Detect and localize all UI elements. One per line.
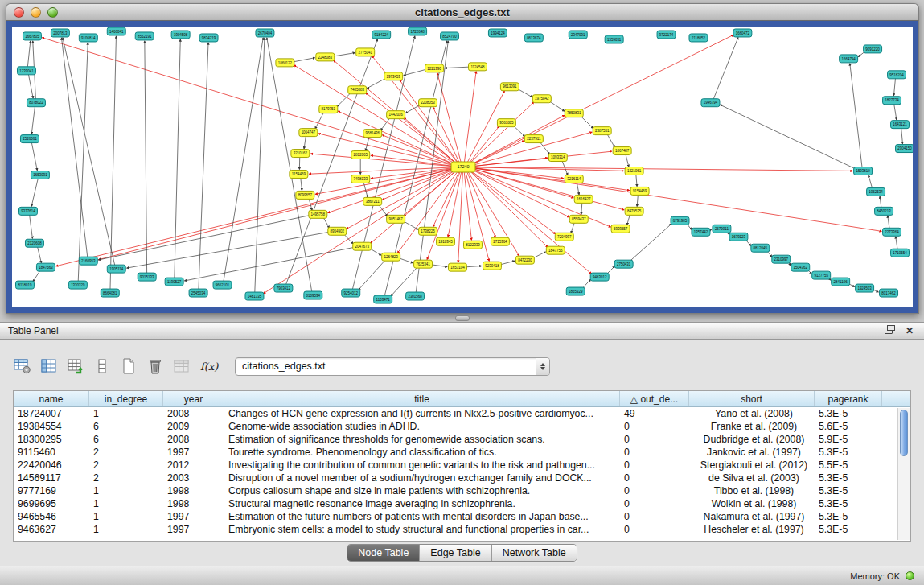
graph-edge-black[interactable]	[626, 154, 629, 167]
graph-edge-red[interactable]	[318, 134, 457, 167]
graph-edge-black[interactable]	[888, 216, 889, 229]
zoom-button[interactable]	[47, 7, 58, 18]
graph-edge-red[interactable]	[42, 38, 457, 167]
table-row[interactable]: 977716911998Corpus callosum shape and si…	[14, 484, 910, 497]
graph-edge-red[interactable]	[469, 168, 569, 217]
graph-edge-black[interactable]	[31, 106, 35, 134]
graph-edge-black[interactable]	[28, 74, 33, 98]
table-row[interactable]: 1872400712008Changes of HCN gene express…	[14, 407, 910, 420]
table-disabled-icon[interactable]	[170, 355, 193, 377]
graph-edge-black[interactable]	[869, 175, 873, 189]
function-builder-icon[interactable]: f(x)	[197, 355, 220, 377]
graph-edge-red[interactable]	[433, 107, 460, 164]
graph-edge-black[interactable]	[404, 69, 428, 76]
graph-edge-black[interactable]	[99, 215, 312, 260]
graph-edge-black[interactable]	[331, 53, 355, 57]
graph-edge-black[interactable]	[27, 41, 31, 68]
table-row[interactable]: 946554611997Estimation of the future num…	[14, 510, 910, 523]
graph-edge-black[interactable]	[31, 142, 37, 170]
window-titlebar[interactable]: citations_edges.txt	[6, 3, 919, 21]
table-row[interactable]: 946362711997Embryonic stem cells: a mode…	[14, 523, 910, 536]
graph-edge-black[interactable]	[720, 105, 857, 170]
graph-edge-black[interactable]	[315, 112, 324, 129]
minimize-button[interactable]	[31, 7, 41, 18]
graph-edge-black[interactable]	[850, 64, 862, 168]
graph-edge-black[interactable]	[637, 194, 638, 206]
new-table-icon[interactable]	[117, 355, 140, 377]
graph-edge-black[interactable]	[391, 266, 418, 296]
graph-edge-black[interactable]	[445, 67, 471, 68]
graph-edge-red[interactable]	[470, 167, 624, 209]
column-header-title[interactable]: title	[224, 391, 620, 406]
memory-status-indicator-icon[interactable]	[906, 571, 914, 580]
column-header-year[interactable]: year	[163, 391, 224, 406]
panel-splitter-handle[interactable]	[455, 315, 470, 321]
close-panel-icon[interactable]: ✕	[903, 325, 916, 336]
graph-edge-red[interactable]	[448, 170, 462, 237]
graph-edge-black[interactable]	[145, 41, 147, 274]
graph-edge-black[interactable]	[581, 202, 582, 214]
table-row[interactable]: 1938455462009Genome-wide association stu…	[14, 420, 910, 433]
graph-edge-black[interactable]	[562, 160, 568, 175]
tab-network-table[interactable]: Network Table	[491, 545, 577, 561]
network-selector[interactable]: citations_edges.txt	[235, 357, 550, 376]
graph-edge-black[interactable]	[37, 246, 41, 263]
graph-edge-black[interactable]	[577, 182, 579, 195]
table-import-icon[interactable]	[64, 355, 87, 377]
graph-edge-black[interactable]	[359, 259, 386, 290]
graph-edge-black[interactable]	[31, 178, 38, 206]
delete-table-icon[interactable]	[144, 355, 166, 377]
rows-icon[interactable]	[91, 355, 113, 377]
graph-edge-black[interactable]	[255, 38, 265, 293]
graph-edge-red[interactable]	[294, 65, 458, 166]
graph-edge-black[interactable]	[78, 43, 88, 282]
graph-edge-red[interactable]	[468, 102, 534, 165]
graph-edge-black[interactable]	[629, 224, 671, 262]
tab-edge-table[interactable]: Edge Table	[419, 545, 491, 561]
graph-edge-red[interactable]	[464, 72, 476, 164]
column-header-pagerank[interactable]: pagerank	[815, 391, 882, 406]
table-columns-icon[interactable]	[38, 355, 60, 377]
table-scrollbar[interactable]	[897, 408, 910, 540]
table-row[interactable]: 1830029562008Estimation of significance …	[14, 433, 910, 446]
scrollbar-thumb[interactable]	[900, 410, 908, 456]
tab-node-table[interactable]: Node Table	[347, 545, 419, 561]
graph-edge-black[interactable]	[199, 43, 208, 290]
graph-edge-red[interactable]	[468, 169, 548, 247]
graph-edge-black[interactable]	[267, 38, 312, 292]
graph-edge-red[interactable]	[470, 151, 612, 167]
graph-edge-black[interactable]	[63, 38, 115, 266]
graph-edge-black[interactable]	[894, 104, 897, 120]
column-header-name[interactable]: name	[14, 391, 89, 406]
table-row[interactable]: 911546021997Tourette syndrome. Phenomeno…	[14, 446, 910, 459]
table-row[interactable]: 1456911722003Disruption of a novel membe…	[14, 472, 910, 484]
graph-edge-red[interactable]	[328, 168, 458, 213]
column-header-out_de[interactable]: △ out_de...	[620, 391, 689, 406]
graph-edge-black[interactable]	[301, 177, 302, 190]
graph-edge-red[interactable]	[98, 167, 457, 259]
graph-edge-black[interactable]	[184, 247, 355, 281]
graph-edge-red[interactable]	[470, 167, 852, 171]
graph-edge-red[interactable]	[469, 35, 733, 166]
graph-edge-black[interactable]	[224, 38, 263, 282]
graph-edge-black[interactable]	[901, 128, 903, 144]
graph-edge-black[interactable]	[352, 36, 415, 290]
network-canvas[interactable]: 1724011245481221390197345374850838179751…	[12, 27, 913, 307]
graph-edge-black[interactable]	[127, 232, 331, 268]
float-panel-icon[interactable]	[882, 325, 895, 336]
graph-edge-black[interactable]	[893, 78, 895, 96]
column-header-short[interactable]: short	[689, 391, 815, 406]
graph-edge-black[interactable]	[291, 58, 314, 63]
graph-edge-red[interactable]	[427, 170, 461, 259]
graph-edge-black[interactable]	[606, 133, 614, 147]
graph-edge-black[interactable]	[880, 196, 881, 208]
graph-edge-black[interactable]	[896, 237, 897, 250]
graph-edge-black[interactable]	[636, 174, 637, 186]
graph-edge-black[interactable]	[416, 41, 448, 293]
graph-edge-red[interactable]	[470, 167, 630, 191]
close-button[interactable]	[14, 7, 24, 18]
graph-edge-red[interactable]	[315, 167, 457, 194]
table-row[interactable]: 2242004622012Investigating the contribut…	[14, 459, 910, 472]
table-row[interactable]: 969969511998Structural magnetic resonanc…	[14, 497, 910, 510]
graph-edge-black[interactable]	[304, 135, 306, 149]
